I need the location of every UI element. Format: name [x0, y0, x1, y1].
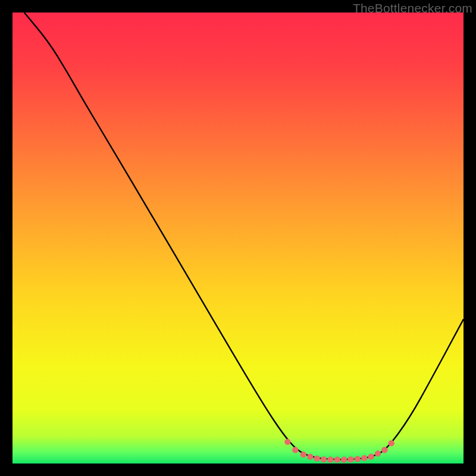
- highlight-dot: [292, 447, 298, 453]
- highlight-dot: [389, 440, 394, 446]
- highlight-dot: [381, 447, 387, 453]
- highlight-dot: [368, 453, 374, 459]
- highlight-dot: [327, 456, 333, 462]
- highlight-dot: [334, 456, 340, 462]
- highlight-dot: [375, 450, 381, 456]
- highlight-dot: [307, 453, 313, 459]
- highlight-dot: [361, 455, 367, 461]
- highlight-dot: [300, 452, 306, 458]
- highlight-dot: [314, 455, 320, 461]
- highlight-dot: [341, 456, 347, 462]
- highlight-dot: [355, 456, 361, 462]
- highlight-dot: [321, 456, 327, 462]
- chart-frame: [12, 12, 464, 464]
- watermark-text: TheBottlenecker.com: [353, 1, 472, 15]
- highlight-dot: [284, 439, 290, 444]
- highlight-dot: [347, 456, 353, 462]
- chart-curve: [12, 12, 464, 464]
